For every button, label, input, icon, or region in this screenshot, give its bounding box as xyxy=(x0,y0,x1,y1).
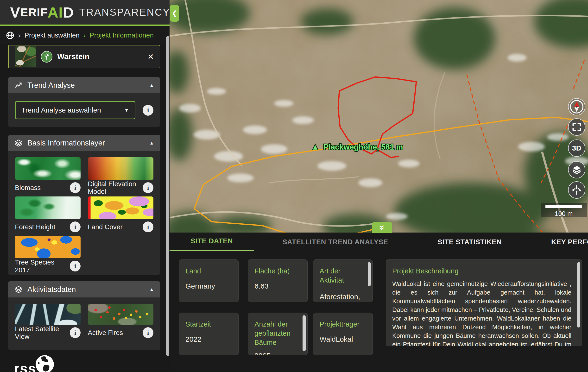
trend-analyse-select[interactable]: Trend Analyse auswählen ▼ xyxy=(15,101,135,119)
layer-tree-species[interactable]: Tree Species 2017 i xyxy=(15,236,81,271)
layer-forest-height[interactable]: Forest Height i xyxy=(15,196,81,232)
close-icon[interactable]: ✕ xyxy=(147,52,154,61)
3d-view-button[interactable]: 3D xyxy=(568,139,585,157)
app-root: ▲ Plackweghöhe, 581 m 100 m 3D xyxy=(0,0,588,372)
layer-biomass[interactable]: Biomass i xyxy=(15,157,81,193)
layer-thumbnail[interactable] xyxy=(15,304,81,325)
pan-rotate-button[interactable] xyxy=(568,181,585,199)
section-title: Trend Analyse xyxy=(27,81,75,90)
scale-label: 100 m xyxy=(555,210,573,217)
caret-up-icon[interactable]: ▲ xyxy=(149,83,154,88)
card-label: Anzahl der gepflanzten Bäume xyxy=(254,320,301,347)
info-icon[interactable]: i xyxy=(70,327,81,338)
peak-label: ▲ Plackweghöhe, 581 m xyxy=(311,143,403,151)
rss-logo-text: rss xyxy=(14,360,36,372)
svg-text:Plackweghöhe, 581 m: Plackweghöhe, 581 m xyxy=(324,143,403,151)
info-icon[interactable]: i xyxy=(143,182,153,193)
layer-thumbnail[interactable] xyxy=(15,157,81,180)
card-label: Projekt Beschreibung xyxy=(392,267,571,276)
layer-thumbnail[interactable] xyxy=(88,196,153,219)
info-icon[interactable]: i xyxy=(143,105,153,116)
compass-control[interactable] xyxy=(568,98,585,115)
tree-badge-icon xyxy=(41,51,52,62)
layer-active-fires[interactable]: Active Fires i xyxy=(88,304,153,338)
project-description-text: WaldLokal ist eine gemeinnützige Wiedera… xyxy=(392,279,571,346)
card-art-der-aktivitaet: Art der Aktivität Aforestation, Reforest… xyxy=(313,259,373,302)
section-basis-informationslayer: Basis Informationslayer ▲ Biomass i Digi… xyxy=(8,135,160,275)
select-placeholder: Trend Analyse auswählen xyxy=(21,106,101,114)
sidebar: VERIFAID TRANSPARENCY › Projekt auswähle… xyxy=(0,0,169,372)
card-anzahl-baeume: Anzahl der gepflanzten Bäume 9065 xyxy=(248,313,308,355)
card-label: Art der Aktivität xyxy=(320,267,366,285)
card-projekt-beschreibung: Projekt Beschreibung WaldLokal ist eine … xyxy=(386,259,582,346)
card-value: WaldLokal xyxy=(320,334,366,344)
fullscreen-button[interactable] xyxy=(568,118,585,136)
tab-satelliten-trend-analyse[interactable]: SATELLITEN TREND ANALYSE xyxy=(261,238,409,251)
layer-thumbnail[interactable] xyxy=(15,196,81,219)
scale-bar: 100 m xyxy=(541,203,587,217)
breadcrumb-projekt-informationen[interactable]: Projekt Informationen xyxy=(90,31,154,39)
fullscreen-icon xyxy=(572,123,581,131)
section-header-trend[interactable]: Trend Analyse ▲ xyxy=(8,77,160,93)
tab-bar: SITE DATEN SATELLITEN TREND ANALYSE SITE… xyxy=(169,233,588,251)
section-header-base-layers[interactable]: Basis Informationslayer ▲ xyxy=(8,135,160,151)
card-label: Fläche (ha) xyxy=(254,267,301,276)
tab-kpi[interactable]: KEY PERFORMANCE INDICATOR (KPI) xyxy=(530,238,588,251)
caret-up-icon[interactable]: ▲ xyxy=(149,287,154,292)
breadcrumb-projekt-auswaehlen[interactable]: Projekt auswählen xyxy=(24,31,80,39)
card-value: 6.63 xyxy=(254,281,301,291)
breadcrumb: › Projekt auswählen › Projekt Informatio… xyxy=(0,27,169,44)
card-label: Projektträger xyxy=(320,320,366,329)
card-value: Aforestation, Reforestation xyxy=(320,292,366,302)
layers-button[interactable] xyxy=(568,161,585,178)
section-header-activity[interactable]: Aktivitätsdaten ▲ xyxy=(8,281,160,298)
info-icon[interactable]: i xyxy=(70,221,81,232)
card-label: Land xyxy=(185,267,232,276)
card-value: Germany xyxy=(185,281,232,291)
rss-globe-icon xyxy=(34,354,55,372)
bottom-panel-collapse-button[interactable]: » xyxy=(372,222,392,233)
3d-label: 3D xyxy=(572,144,581,152)
sidebar-scrollbar[interactable] xyxy=(166,36,169,356)
layer-land-cover[interactable]: Land Cover i xyxy=(88,196,153,232)
tab-site-statistiken[interactable]: SITE STATISTIKEN xyxy=(417,238,523,251)
scrollbar-thumb[interactable] xyxy=(303,315,306,351)
peak-marker-icon: ▲ xyxy=(311,143,319,151)
layer-thumbnail[interactable] xyxy=(88,304,153,325)
project-name: Warstein xyxy=(57,52,89,61)
caret-up-icon[interactable]: ▲ xyxy=(149,140,154,146)
card-startzeit: Startzeit 2022 xyxy=(179,313,239,355)
breadcrumb-separator: › xyxy=(84,31,86,40)
compass-icon xyxy=(569,100,584,114)
selected-project-card: Warstein ✕ xyxy=(8,45,160,68)
layer-thumbnail[interactable] xyxy=(15,236,81,258)
info-icon[interactable]: i xyxy=(143,327,153,338)
stacked-layers-icon xyxy=(14,285,23,294)
scrollbar-thumb[interactable] xyxy=(368,262,371,286)
scrollbar-thumb[interactable] xyxy=(577,262,580,328)
sidebar-collapse-button[interactable]: ❮ xyxy=(170,5,179,22)
info-icon[interactable]: i xyxy=(143,221,153,232)
project-thumbnail xyxy=(15,46,36,67)
card-label: Startzeit xyxy=(185,320,232,329)
card-value: 2022 xyxy=(185,334,232,344)
breadcrumb-separator: › xyxy=(18,31,21,40)
layers-icon xyxy=(572,165,581,175)
card-flaeche: Fläche (ha) 6.63 xyxy=(248,259,308,302)
caret-down-icon: ▼ xyxy=(124,107,129,113)
brand-bar: VERIFAID TRANSPARENCY xyxy=(0,0,169,26)
layer-thumbnail[interactable] xyxy=(88,157,153,180)
layer-dem[interactable]: Digital Elevation Model i xyxy=(88,157,153,193)
brand-logo: V xyxy=(10,4,20,21)
info-icon[interactable]: i xyxy=(70,182,81,193)
pan-rotate-icon xyxy=(571,185,582,195)
tab-site-daten[interactable]: SITE DATEN xyxy=(169,237,254,251)
site-info-panel: SITE DATEN SATELLITEN TREND ANALYSE SITE… xyxy=(169,233,588,372)
info-icon[interactable]: i xyxy=(70,261,81,271)
chevron-left-icon: ❮ xyxy=(172,10,177,17)
section-title: Aktivitätsdaten xyxy=(27,285,76,294)
stacked-layers-icon xyxy=(14,139,23,147)
layer-latest-satellite[interactable]: Latest Satellite View i xyxy=(15,304,81,338)
globe-icon[interactable] xyxy=(6,31,14,40)
card-projekttraeger: Projektträger WaldLokal xyxy=(313,313,373,355)
